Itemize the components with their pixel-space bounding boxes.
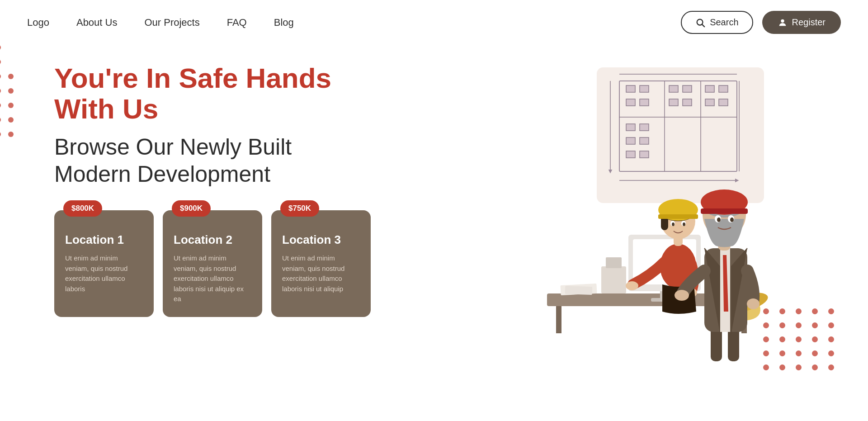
nav-blog[interactable]: Blog — [274, 17, 294, 28]
hero-left: You're In Safe Hands With Us Browse Our … — [27, 54, 398, 379]
location-name-3: Location 3 — [282, 233, 360, 247]
navbar: Logo About Us Our Projects FAQ Blog Sear… — [0, 0, 868, 45]
svg-rect-38 — [606, 257, 622, 268]
search-icon — [695, 18, 705, 28]
search-button[interactable]: Search — [681, 11, 753, 34]
svg-rect-24 — [626, 151, 635, 158]
svg-rect-15 — [640, 99, 649, 106]
search-label: Search — [710, 17, 738, 28]
svg-rect-13 — [719, 85, 728, 92]
svg-rect-65 — [701, 208, 748, 214]
svg-rect-9 — [640, 85, 649, 92]
hero-subtitle-line1: Browse Our Newly Built — [54, 134, 292, 160]
location-name-2: Location 2 — [174, 233, 251, 247]
svg-point-2 — [781, 19, 784, 22]
svg-rect-8 — [626, 85, 635, 92]
nav-actions: Search Register — [681, 11, 841, 34]
nav-links: About Us Our Projects FAQ Blog — [76, 17, 681, 28]
svg-rect-20 — [626, 124, 635, 131]
svg-rect-14 — [626, 99, 635, 106]
hero-title: You're In Safe Hands With Us — [54, 63, 398, 124]
svg-rect-16 — [669, 99, 678, 106]
svg-rect-19 — [719, 99, 728, 106]
logo: Logo — [27, 17, 49, 28]
svg-rect-18 — [705, 99, 714, 106]
location-desc-1: Ut enim ad minim veniam, quis nostrud ex… — [65, 253, 143, 294]
nav-about-us[interactable]: About Us — [76, 17, 118, 28]
decorative-dots-left — [0, 45, 14, 137]
register-label: Register — [792, 17, 826, 28]
svg-point-53 — [683, 222, 685, 226]
price-badge-3: $750K — [280, 200, 319, 217]
hero-subtitle: Browse Our Newly Built Modern Developmen… — [54, 133, 398, 188]
svg-rect-11 — [683, 85, 692, 92]
nav-faq[interactable]: FAQ — [227, 17, 247, 28]
location-name-1: Location 1 — [65, 233, 143, 247]
svg-point-71 — [747, 298, 760, 309]
location-card-2: $900K Location 2 Ut enim ad minim veniam… — [163, 210, 262, 317]
hero-subtitle-line2: Modern Development — [54, 161, 270, 187]
price-badge-1: $800K — [63, 200, 102, 217]
svg-rect-23 — [640, 137, 649, 144]
svg-point-68 — [717, 218, 721, 222]
user-icon — [778, 18, 788, 28]
register-button[interactable]: Register — [762, 11, 841, 34]
svg-rect-21 — [640, 124, 649, 131]
svg-point-54 — [626, 281, 638, 290]
location-card-1: $800K Location 1 Ut enim ad minim veniam… — [54, 210, 154, 317]
svg-rect-22 — [626, 137, 635, 144]
svg-point-69 — [730, 218, 734, 222]
svg-rect-37 — [601, 266, 626, 293]
svg-rect-17 — [683, 99, 692, 106]
svg-line-1 — [702, 24, 704, 27]
location-desc-3: Ut enim ad minim veniam, quis nostrud ex… — [282, 253, 360, 294]
svg-rect-25 — [640, 151, 649, 158]
svg-rect-10 — [669, 85, 678, 92]
location-desc-2: Ut enim ad minim veniam, quis nostrud ex… — [174, 253, 251, 304]
svg-rect-12 — [705, 85, 714, 92]
hero-illustration — [457, 58, 782, 375]
location-card-3: $750K Location 3 Ut enim ad minim veniam… — [271, 210, 371, 317]
price-badge-2: $900K — [172, 200, 211, 217]
svg-rect-31 — [556, 306, 561, 333]
svg-point-52 — [672, 222, 675, 226]
nav-our-projects[interactable]: Our Projects — [144, 17, 199, 28]
svg-rect-40 — [565, 286, 593, 295]
location-cards: $800K Location 1 Ut enim ad minim veniam… — [54, 210, 398, 317]
svg-rect-49 — [658, 214, 698, 219]
svg-point-70 — [675, 290, 689, 301]
hero-section: You're In Safe Hands With Us Browse Our … — [0, 45, 868, 397]
hero-right — [398, 54, 841, 379]
